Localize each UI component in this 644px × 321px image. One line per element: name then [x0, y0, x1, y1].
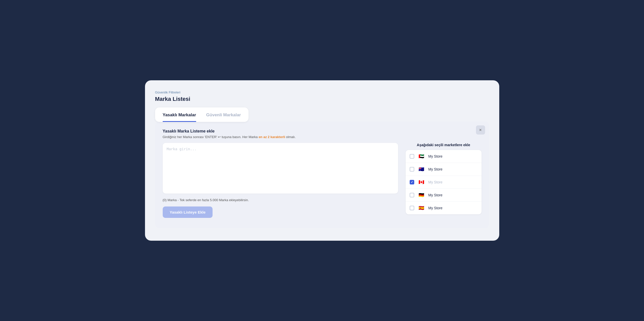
- right-panel-title: Aşağıdaki seçili marketlere ekle: [406, 143, 482, 147]
- tab-yasakli[interactable]: Yasaklı Markalar: [163, 112, 196, 122]
- main-row: (0) Marka - Tek seferde en fazla 5.000 M…: [163, 143, 482, 218]
- close-button[interactable]: ×: [476, 125, 485, 135]
- marketplace-item[interactable]: 🇩🇪My Store: [406, 189, 482, 202]
- section-desc: Girdiğiniz her Marka sonrası 'ENTER' ↩ t…: [163, 135, 482, 139]
- market-name: My Store: [428, 193, 443, 197]
- marketplace-item[interactable]: 🇦🇺My Store: [406, 163, 482, 176]
- marketplace-list: 🇦🇪My Store🇦🇺My Store🇨🇦My Store🇩🇪My Store…: [406, 150, 482, 214]
- market-name: My Store: [428, 167, 443, 171]
- content-panel: × Yasaklı Marka Listeme ekle Girdiğiniz …: [155, 121, 489, 228]
- desc-after: olmalı.: [285, 135, 296, 139]
- flag-icon: 🇦🇺: [417, 166, 425, 172]
- desc-highlight: en az 2 karakterli: [259, 135, 285, 139]
- right-panel: Aşağıdaki seçili marketlere ekle 🇦🇪My St…: [406, 143, 482, 214]
- market-name: My Store: [428, 180, 443, 184]
- flag-icon: 🇩🇪: [417, 192, 425, 198]
- tabs-container: Yasaklı Markalar Güvenli Markalar: [163, 112, 241, 122]
- tabs-card: Yasaklı Markalar Güvenli Markalar: [155, 107, 248, 122]
- input-area: (0) Marka - Tek seferde en fazla 5.000 M…: [163, 143, 398, 218]
- market-checkbox[interactable]: [410, 180, 414, 184]
- page-title: Marka Listesi: [155, 96, 489, 102]
- market-checkbox[interactable]: [410, 193, 414, 197]
- marketplace-item[interactable]: 🇨🇦My Store: [406, 176, 482, 189]
- marketplace-item[interactable]: 🇪🇸My Store: [406, 202, 482, 214]
- market-name: My Store: [428, 154, 443, 158]
- desc-before: Girdiğiniz her Marka sonrası 'ENTER' ↩ t…: [163, 135, 259, 139]
- brand-input[interactable]: [163, 143, 398, 194]
- flag-icon: 🇨🇦: [417, 179, 425, 185]
- market-checkbox[interactable]: [410, 167, 414, 172]
- market-checkbox[interactable]: [410, 154, 414, 159]
- marketplace-item[interactable]: 🇦🇪My Store: [406, 150, 482, 163]
- breadcrumb: Güvenlik Filtreleri: [155, 90, 489, 94]
- flag-icon: 🇦🇪: [417, 154, 425, 159]
- market-checkbox[interactable]: [410, 206, 414, 210]
- flag-icon: 🇪🇸: [417, 205, 425, 211]
- count-info: (0) Marka - Tek seferde en fazla 5.000 M…: [163, 198, 398, 202]
- add-button[interactable]: Yasaklı Listeye Ekle: [163, 206, 213, 218]
- tab-guvenli[interactable]: Güvenli Markalar: [206, 112, 241, 122]
- page-container: Güvenlik Filtreleri Marka Listesi Yasakl…: [145, 80, 499, 241]
- market-name: My Store: [428, 206, 443, 210]
- section-title: Yasaklı Marka Listeme ekle: [163, 129, 482, 134]
